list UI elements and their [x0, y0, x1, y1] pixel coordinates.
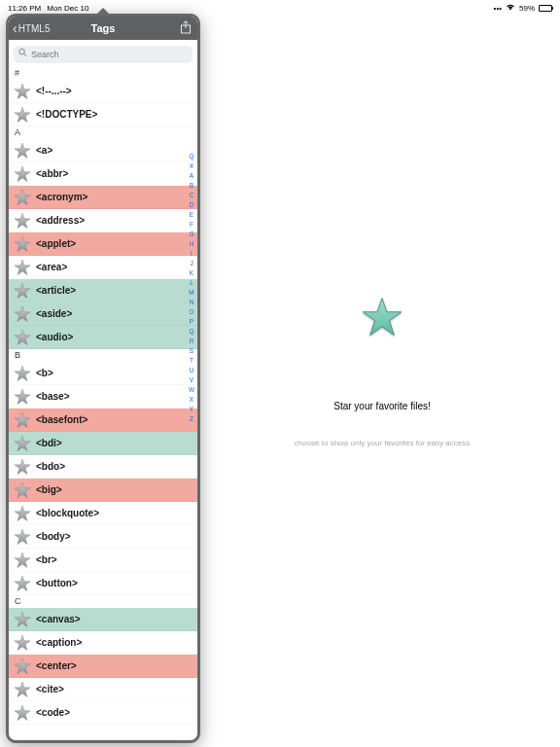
favorite-star-icon[interactable]	[13, 387, 32, 407]
index-letter[interactable]: Q	[189, 328, 193, 335]
tag-row[interactable]: <bdi>	[9, 432, 197, 455]
favorite-star-icon[interactable]	[13, 328, 32, 347]
tag-row[interactable]: <!--...-->	[9, 80, 197, 103]
tag-label: <button>	[36, 578, 78, 588]
tag-row[interactable]: <caption>	[9, 631, 197, 655]
favorite-star-icon[interactable]	[13, 281, 32, 301]
favorite-star-icon[interactable]	[13, 410, 32, 430]
tag-row[interactable]: <canvas>	[9, 608, 197, 631]
favorite-star-icon[interactable]	[13, 504, 32, 523]
index-letter[interactable]: G	[189, 231, 193, 237]
favorite-star-icon[interactable]	[13, 105, 32, 124]
tag-row[interactable]: <base>	[9, 385, 197, 409]
index-letter[interactable]: J	[190, 260, 192, 267]
index-letter[interactable]: D	[190, 201, 194, 208]
tag-row[interactable]: <big>	[9, 479, 197, 502]
tag-row[interactable]: <blockquote>	[9, 502, 197, 525]
tag-row[interactable]: <abbr>	[9, 162, 197, 186]
tags-popover: ‹ HTML5 Tags #<!--...--><!DOCTYPE>A<a><a…	[6, 14, 200, 743]
tag-label: <applet>	[36, 238, 76, 249]
favorite-star-icon[interactable]	[13, 527, 32, 547]
index-letter[interactable]: F	[190, 221, 193, 228]
index-letter[interactable]: L	[190, 279, 193, 286]
index-letter[interactable]: O	[189, 308, 193, 315]
favorite-star-icon[interactable]	[13, 457, 32, 477]
favorite-star-icon[interactable]	[13, 680, 32, 699]
tag-row[interactable]: <address>	[9, 209, 197, 232]
tag-row[interactable]: <audio>	[9, 326, 197, 349]
tag-row[interactable]: <center>	[9, 655, 197, 678]
tag-label: <!DOCTYPE>	[36, 109, 97, 120]
index-letter[interactable]: V	[190, 376, 193, 383]
favorites-empty-subtitle: choose to show only your favorites for e…	[295, 439, 471, 447]
index-letter[interactable]: A	[190, 172, 193, 179]
favorite-star-icon[interactable]	[13, 211, 32, 231]
tag-label: <caption>	[36, 637, 82, 648]
section-header: B	[9, 349, 197, 362]
search-input[interactable]	[14, 46, 192, 63]
tags-list[interactable]: #<!--...--><!DOCTYPE>A<a><abbr><acronym>…	[9, 67, 197, 740]
svg-line-3	[24, 53, 26, 55]
share-button[interactable]	[180, 20, 192, 37]
section-index[interactable]: Q#ABCDEFGHIJKLMNOPQRSTUVWXYZ	[187, 153, 196, 422]
back-label: HTML5	[18, 23, 51, 34]
favorite-star-icon[interactable]	[13, 551, 32, 570]
index-letter[interactable]: E	[190, 211, 193, 218]
index-letter[interactable]: Y	[190, 406, 193, 412]
index-letter[interactable]: K	[190, 269, 193, 276]
index-letter[interactable]: I	[191, 250, 192, 257]
favorite-star-icon[interactable]	[13, 633, 32, 653]
index-letter[interactable]: X	[190, 396, 193, 403]
tag-row[interactable]: <cite>	[9, 678, 197, 701]
favorite-star-icon[interactable]	[13, 703, 32, 723]
favorite-star-icon[interactable]	[13, 258, 32, 277]
favorite-star-icon[interactable]	[13, 141, 32, 160]
index-letter[interactable]: M	[189, 289, 193, 296]
section-header: #	[9, 67, 197, 80]
index-letter[interactable]: H	[190, 240, 194, 247]
tag-row[interactable]: <basefont>	[9, 409, 197, 432]
tag-row[interactable]: <applet>	[9, 232, 197, 256]
index-letter[interactable]: P	[190, 318, 193, 325]
favorites-empty-title: Star your favorite files!	[333, 401, 430, 411]
tag-row[interactable]: <article>	[9, 279, 197, 302]
back-button[interactable]: ‹ HTML5	[13, 21, 50, 35]
tag-row[interactable]: <b>	[9, 362, 197, 385]
tag-row[interactable]: <area>	[9, 256, 197, 279]
index-letter[interactable]: T	[190, 357, 193, 364]
index-letter[interactable]: S	[190, 347, 193, 354]
index-letter[interactable]: R	[190, 338, 194, 344]
tag-row[interactable]: <body>	[9, 525, 197, 549]
index-letter[interactable]: Q	[189, 153, 193, 160]
tag-row[interactable]: <button>	[9, 572, 197, 595]
index-letter[interactable]: Z	[190, 415, 193, 422]
tag-label: <!--...-->	[36, 86, 72, 96]
tag-row[interactable]: <aside>	[9, 302, 197, 326]
tag-row[interactable]: <acronym>	[9, 186, 197, 209]
favorite-star-icon[interactable]	[13, 304, 32, 324]
index-letter[interactable]: B	[190, 182, 193, 189]
tag-label: <blockquote>	[36, 508, 99, 518]
index-letter[interactable]: #	[190, 162, 193, 169]
tag-row[interactable]: <a>	[9, 139, 197, 162]
tag-row[interactable]: <br>	[9, 549, 197, 572]
tag-label: <bdo>	[36, 461, 65, 472]
tag-row[interactable]: <code>	[9, 701, 197, 725]
favorite-star-icon[interactable]	[13, 434, 32, 453]
favorite-star-icon[interactable]	[13, 234, 32, 254]
index-letter[interactable]: U	[190, 367, 194, 374]
favorite-star-icon[interactable]	[13, 164, 32, 184]
index-letter[interactable]: W	[189, 386, 194, 393]
tag-label: <a>	[36, 145, 52, 156]
favorite-star-icon[interactable]	[13, 480, 32, 500]
index-letter[interactable]: N	[190, 299, 194, 305]
favorite-star-icon[interactable]	[13, 82, 32, 101]
favorite-star-icon[interactable]	[13, 574, 32, 593]
favorite-star-icon[interactable]	[13, 657, 32, 676]
tag-row[interactable]: <!DOCTYPE>	[9, 103, 197, 126]
tag-row[interactable]: <bdo>	[9, 455, 197, 479]
favorite-star-icon[interactable]	[13, 364, 32, 383]
favorite-star-icon[interactable]	[13, 610, 32, 629]
favorite-star-icon[interactable]	[13, 188, 32, 207]
index-letter[interactable]: C	[190, 192, 194, 198]
